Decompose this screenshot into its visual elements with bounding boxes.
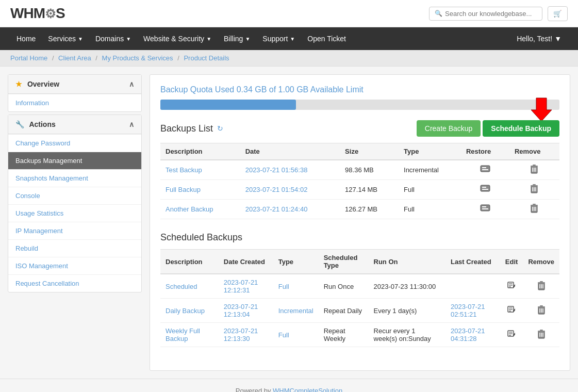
svg-rect-35	[540, 281, 543, 282]
nav-items: Home Services ▼ Domains ▼ Website & Secu…	[10, 27, 352, 50]
logo-gear-icon: ⚙	[45, 7, 56, 21]
nav-item-domains[interactable]: Domains ▼	[89, 27, 137, 50]
sched-remove-icon-2[interactable]	[538, 330, 545, 339]
cart-button[interactable]: 🛒	[548, 6, 568, 21]
sched-remove-1[interactable]	[523, 299, 559, 323]
sched-edit-2[interactable]	[500, 323, 523, 347]
restore-icon-2[interactable]	[480, 204, 490, 213]
wrench-icon: 🔧	[15, 120, 24, 128]
sched-date-created-2: 2023-07-21 12:13:30	[219, 323, 273, 347]
restore-icon-1[interactable]	[480, 185, 490, 193]
backup-restore-1[interactable]	[461, 180, 509, 200]
backup-size-0: 98.36 MB	[340, 160, 399, 180]
backup-remove-2[interactable]	[509, 200, 559, 219]
schedule-backup-button[interactable]: Schedule Backup	[483, 120, 559, 137]
svg-rect-2	[482, 167, 486, 168]
red-arrow-svg	[529, 95, 554, 121]
sidebar-item-backups-management[interactable]: Backups Management	[8, 152, 141, 169]
remove-icon-0[interactable]	[531, 165, 538, 174]
sched-scheduled-type-2: Repeat Weekly	[319, 323, 369, 347]
breadcrumb-my-products[interactable]: My Products & Services	[102, 54, 173, 62]
user-arrow-icon: ▼	[554, 35, 562, 43]
backup-size-2: 126.27 MB	[340, 200, 399, 219]
remove-icon-2[interactable]	[531, 204, 538, 213]
search-input[interactable]	[445, 10, 537, 18]
backups-list-header: Backups List ↻ Create Backup Schedule Ba…	[160, 120, 559, 137]
sidebar-item-information[interactable]: Information	[8, 94, 141, 111]
sidebar-item-snapshots-management[interactable]: Snapshots Management	[8, 169, 141, 187]
breadcrumb-portal-home[interactable]: Portal Home	[10, 54, 47, 62]
sidebar-item-iso-management[interactable]: ISO Management	[8, 257, 141, 274]
footer-link[interactable]: WHMCompleteSolution	[273, 387, 342, 392]
backup-remove-0[interactable]	[509, 160, 559, 180]
sched-edit-0[interactable]	[500, 274, 523, 299]
nav-item-support[interactable]: Support ▼	[256, 27, 301, 50]
sched-remove-2[interactable]	[523, 323, 559, 347]
search-icon: 🔍	[435, 10, 442, 17]
sched-remove-icon-0[interactable]	[538, 281, 545, 290]
restore-icon-0[interactable]	[480, 165, 490, 173]
svg-rect-57	[540, 330, 543, 331]
svg-rect-12	[482, 189, 488, 190]
sched-desc-link-2[interactable]: Weekly Full Backup	[166, 327, 200, 342]
svg-rect-20	[482, 206, 486, 207]
svg-rect-19	[481, 205, 490, 211]
backup-row-0: Test Backup 2023-07-21 01:56:38 98.36 MB…	[160, 160, 559, 180]
progress-bar-fill	[160, 100, 296, 110]
svg-rect-21	[482, 208, 488, 209]
backup-size-1: 127.14 MB	[340, 180, 399, 200]
nav-item-website-security[interactable]: Website & Security ▼	[137, 27, 218, 50]
content-area: Backup Quota Used 0.34 GB of 1.00 GB Ava…	[150, 74, 570, 371]
backup-row-1: Full Backup 2023-07-21 01:54:02 127.14 M…	[160, 180, 559, 200]
create-backup-button[interactable]: Create Backup	[417, 120, 481, 137]
edit-icon-2[interactable]	[507, 330, 516, 338]
sched-remove-icon-1[interactable]	[538, 305, 545, 315]
sidebar-item-request-cancellation[interactable]: Request Cancellation	[8, 274, 141, 292]
nav-item-open-ticket[interactable]: Open Ticket	[301, 27, 352, 50]
backup-remove-1[interactable]	[509, 180, 559, 200]
edit-icon-1[interactable]	[507, 306, 516, 314]
scheduled-backups-table: Description Date Created Type ScheduledT…	[160, 249, 559, 347]
nav-item-services[interactable]: Services ▼	[42, 27, 89, 50]
sched-col-remove: Remove	[523, 250, 559, 274]
sidebar-item-console[interactable]: Console	[8, 187, 141, 204]
edit-icon-0[interactable]	[507, 282, 516, 290]
nav-item-home[interactable]: Home	[10, 27, 42, 50]
sched-date-created-0: 2023-07-21 12:12:31	[219, 274, 273, 299]
sidebar-item-usage-statistics[interactable]: Usage Statistics	[8, 204, 141, 222]
sidebar-actions-header[interactable]: 🔧 Actions ∧	[8, 115, 141, 134]
backup-desc-0: Test Backup	[160, 160, 240, 180]
hello-user[interactable]: Hello, Test! ▼	[510, 27, 568, 50]
main-nav: Home Services ▼ Domains ▼ Website & Secu…	[0, 27, 578, 50]
sched-remove-0[interactable]	[523, 274, 559, 299]
svg-rect-3	[482, 169, 488, 170]
sched-col-edit: Edit	[500, 250, 523, 274]
backup-desc-link-0[interactable]: Test Backup	[166, 166, 202, 174]
remove-icon-1[interactable]	[531, 184, 538, 193]
breadcrumb-product-details[interactable]: Product Details	[184, 54, 229, 62]
sidebar-overview-section: ★ Overview ∧ Information	[8, 74, 142, 112]
sidebar-overview-header[interactable]: ★ Overview ∧	[8, 75, 141, 94]
sidebar-item-rebuild[interactable]: Rebuild	[8, 239, 141, 257]
footer: Powered by WHMCompleteSolution	[0, 379, 578, 392]
backup-desc-link-2[interactable]: Another Backup	[166, 205, 213, 213]
sidebar-item-change-password[interactable]: Change Password	[8, 134, 141, 152]
backups-buttons: Create Backup Schedule Backup	[417, 120, 559, 137]
sched-col-scheduled-type: ScheduledType	[319, 250, 369, 274]
sched-edit-1[interactable]	[500, 299, 523, 323]
sched-date-created-1: 2023-07-21 12:13:04	[219, 299, 273, 323]
breadcrumb-client-area[interactable]: Client Area	[58, 54, 91, 62]
backup-restore-2[interactable]	[461, 200, 509, 219]
sched-desc-link-0[interactable]: Scheduled	[166, 283, 197, 290]
backup-restore-0[interactable]	[461, 160, 509, 180]
services-arrow-icon: ▼	[78, 36, 83, 42]
refresh-icon[interactable]: ↻	[217, 124, 223, 133]
svg-rect-5	[531, 166, 538, 167]
backup-desc-link-1[interactable]: Full Backup	[166, 186, 201, 193]
svg-rect-34	[538, 282, 545, 283]
sched-desc-link-1[interactable]: Daily Backup	[166, 307, 205, 315]
progress-bar	[160, 100, 559, 110]
nav-item-billing[interactable]: Billing ▼	[218, 27, 256, 50]
sidebar-item-ip-management[interactable]: IP Management	[8, 222, 141, 239]
search-box[interactable]: 🔍	[429, 7, 542, 21]
